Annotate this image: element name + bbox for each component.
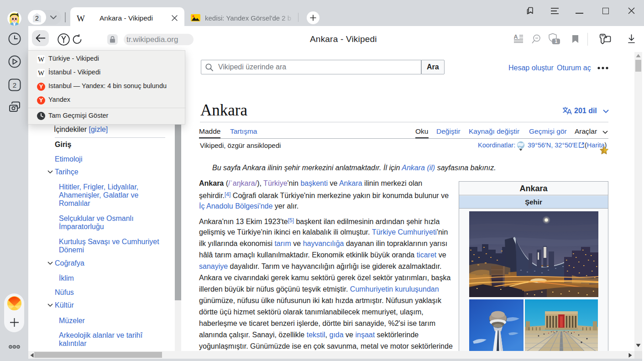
svg-text:2: 2 [13, 81, 16, 89]
svg-text:1: 1 [555, 39, 558, 44]
svg-text:A: A [514, 35, 518, 40]
svg-text:2: 2 [35, 15, 39, 22]
